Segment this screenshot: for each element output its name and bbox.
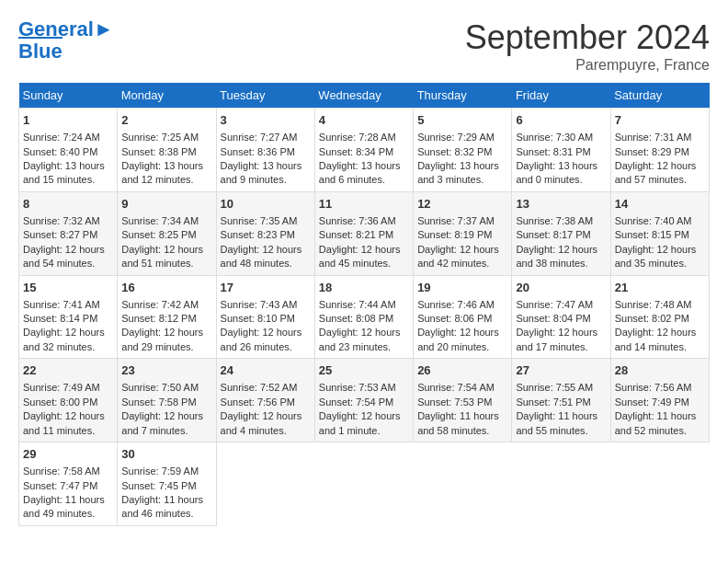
month-title: September 2024 <box>465 18 710 57</box>
day-info-line: Sunset: 8:38 PM <box>121 145 211 159</box>
calendar-week-row: 1Sunrise: 7:24 AMSunset: 8:40 PMDaylight… <box>19 109 710 192</box>
day-info-line: Daylight: 12 hours <box>319 409 409 423</box>
column-header-sunday: Sunday <box>19 83 118 109</box>
day-number: 3 <box>221 112 311 129</box>
day-info-line: Sunrise: 7:55 AM <box>516 381 606 395</box>
day-info-line: Sunset: 8:34 PM <box>319 145 409 159</box>
day-info-line: Sunrise: 7:41 AM <box>23 298 113 312</box>
day-info-line: Sunset: 8:02 PM <box>615 312 705 326</box>
day-info-line: Sunset: 7:45 PM <box>121 479 211 493</box>
day-info-line: Daylight: 13 hours <box>23 159 113 173</box>
day-number: 27 <box>516 362 606 379</box>
day-info-line: Sunrise: 7:38 AM <box>516 214 606 228</box>
day-info-line: Daylight: 12 hours <box>615 243 705 257</box>
calendar-cell: 1Sunrise: 7:24 AMSunset: 8:40 PMDaylight… <box>19 109 118 192</box>
day-number: 12 <box>417 196 507 213</box>
calendar-cell: 18Sunrise: 7:44 AMSunset: 8:08 PMDayligh… <box>314 275 413 359</box>
calendar-cell: 17Sunrise: 7:43 AMSunset: 8:10 PMDayligh… <box>216 275 314 359</box>
day-info-line: Sunrise: 7:40 AM <box>615 214 705 228</box>
day-info-line: Sunset: 7:56 PM <box>221 396 311 409</box>
day-number: 25 <box>319 362 409 379</box>
calendar-cell: 27Sunrise: 7:55 AMSunset: 7:51 PMDayligh… <box>512 359 610 442</box>
calendar-cell <box>414 442 512 526</box>
day-number: 15 <box>23 280 113 296</box>
day-number: 23 <box>121 362 211 379</box>
day-info-line: Sunset: 7:51 PM <box>516 396 606 409</box>
day-info-line: and 1 minute. <box>319 424 409 438</box>
day-number: 14 <box>615 196 705 213</box>
day-info-line: and 46 minutes. <box>121 507 211 521</box>
day-info-line: and 55 minutes. <box>516 424 606 438</box>
day-info-line: and 54 minutes. <box>23 257 113 270</box>
calendar-cell: 9Sunrise: 7:34 AMSunset: 8:25 PMDaylight… <box>118 191 216 275</box>
calendar-cell: 20Sunrise: 7:47 AMSunset: 8:04 PMDayligh… <box>512 275 610 359</box>
day-number: 2 <box>121 112 211 129</box>
day-info-line: Sunrise: 7:59 AM <box>121 465 211 478</box>
day-info-line: Sunset: 7:54 PM <box>319 396 409 409</box>
day-info-line: Sunrise: 7:49 AM <box>23 381 113 395</box>
day-info-line: Sunrise: 7:28 AM <box>319 131 409 144</box>
day-info-line: and 29 minutes. <box>121 340 211 354</box>
calendar-cell: 23Sunrise: 7:50 AMSunset: 7:58 PMDayligh… <box>118 359 216 442</box>
day-info-line: Daylight: 12 hours <box>23 243 113 257</box>
day-number: 16 <box>121 280 211 296</box>
day-info-line: Sunset: 8:14 PM <box>23 312 113 326</box>
calendar-cell: 13Sunrise: 7:38 AMSunset: 8:17 PMDayligh… <box>512 191 610 275</box>
day-info-line: Daylight: 12 hours <box>23 409 113 423</box>
day-info-line: Sunrise: 7:52 AM <box>221 381 311 395</box>
day-info-line: and 12 minutes. <box>121 173 211 187</box>
day-info-line: Sunrise: 7:29 AM <box>417 131 507 144</box>
day-info-line: Sunrise: 7:53 AM <box>319 381 409 395</box>
day-number: 11 <box>319 196 409 213</box>
day-number: 13 <box>516 196 606 213</box>
day-info-line: and 17 minutes. <box>516 340 606 354</box>
day-number: 21 <box>615 280 705 296</box>
day-info-line: Sunset: 8:06 PM <box>417 312 507 326</box>
calendar-cell: 8Sunrise: 7:32 AMSunset: 8:27 PMDaylight… <box>19 191 118 275</box>
column-header-friday: Friday <box>512 83 610 109</box>
calendar-cell: 22Sunrise: 7:49 AMSunset: 8:00 PMDayligh… <box>19 359 118 442</box>
day-number: 28 <box>615 362 705 379</box>
day-info-line: and 35 minutes. <box>615 257 705 270</box>
day-info-line: and 3 minutes. <box>417 173 507 187</box>
day-info-line: Daylight: 13 hours <box>221 159 311 173</box>
day-info-line: Sunrise: 7:43 AM <box>221 298 311 312</box>
day-info-line: Daylight: 12 hours <box>221 409 311 423</box>
day-info-line: and 49 minutes. <box>23 507 113 521</box>
day-info-line: Sunset: 8:25 PM <box>121 228 211 242</box>
day-info-line: Sunset: 8:08 PM <box>319 312 409 326</box>
day-info-line: Daylight: 12 hours <box>615 326 705 339</box>
calendar-cell: 19Sunrise: 7:46 AMSunset: 8:06 PMDayligh… <box>414 275 512 359</box>
day-number: 29 <box>23 446 113 463</box>
day-info-line: Sunrise: 7:58 AM <box>23 465 113 478</box>
day-info-line: and 38 minutes. <box>516 257 606 270</box>
day-info-line: Sunset: 8:12 PM <box>121 312 211 326</box>
day-info-line: Sunrise: 7:47 AM <box>516 298 606 312</box>
calendar-cell: 5Sunrise: 7:29 AMSunset: 8:32 PMDaylight… <box>414 109 512 192</box>
day-info-line: Sunrise: 7:27 AM <box>221 131 311 144</box>
logo-blue-text: Blue <box>18 37 63 63</box>
day-info-line: and 7 minutes. <box>121 424 211 438</box>
day-info-line: Sunset: 8:31 PM <box>516 145 606 159</box>
day-info-line: Sunrise: 7:30 AM <box>516 131 606 144</box>
page-header: General► Blue September 2024 Parempuyre,… <box>18 18 710 74</box>
calendar-cell: 25Sunrise: 7:53 AMSunset: 7:54 PMDayligh… <box>314 359 413 442</box>
day-info-line: Daylight: 12 hours <box>121 326 211 339</box>
day-info-line: Sunset: 7:58 PM <box>121 396 211 409</box>
calendar-cell <box>610 442 709 526</box>
calendar-cell: 28Sunrise: 7:56 AMSunset: 7:49 PMDayligh… <box>610 359 709 442</box>
calendar-cell <box>314 442 413 526</box>
calendar-cell: 29Sunrise: 7:58 AMSunset: 7:47 PMDayligh… <box>19 442 118 526</box>
calendar-week-row: 8Sunrise: 7:32 AMSunset: 8:27 PMDaylight… <box>19 191 710 275</box>
day-info-line: and 20 minutes. <box>417 340 507 354</box>
day-info-line: and 4 minutes. <box>221 424 311 438</box>
day-info-line: and 57 minutes. <box>615 173 705 187</box>
day-info-line: and 26 minutes. <box>221 340 311 354</box>
day-info-line: Sunrise: 7:32 AM <box>23 214 113 228</box>
day-info-line: Sunset: 8:21 PM <box>319 228 409 242</box>
calendar-week-row: 15Sunrise: 7:41 AMSunset: 8:14 PMDayligh… <box>19 275 710 359</box>
day-number: 22 <box>23 362 113 379</box>
day-info-line: and 42 minutes. <box>417 257 507 270</box>
day-info-line: and 45 minutes. <box>319 257 409 270</box>
day-info-line: Sunset: 8:15 PM <box>615 228 705 242</box>
